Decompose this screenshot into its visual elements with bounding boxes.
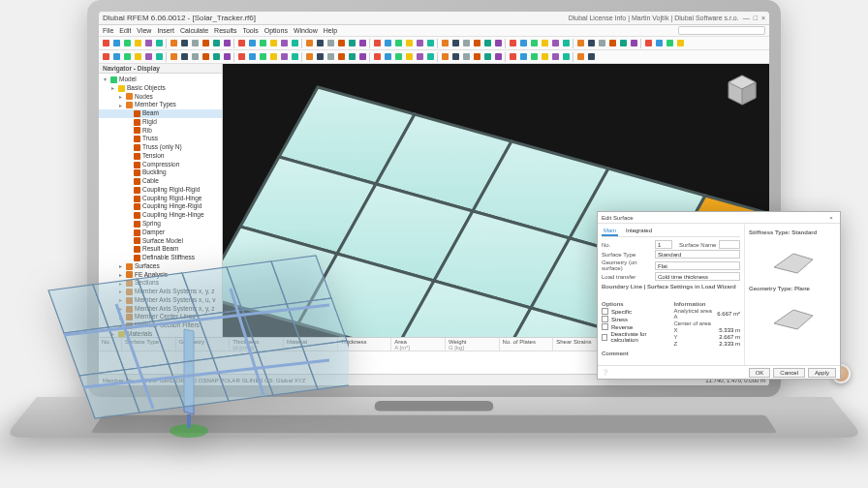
table-col-header[interactable]: No. of Plates bbox=[500, 338, 554, 351]
menu-insert[interactable]: Insert bbox=[157, 27, 174, 34]
toolbar-button[interactable] bbox=[654, 39, 664, 48]
tree-item[interactable]: Damper bbox=[99, 229, 222, 237]
toolbar-button[interactable] bbox=[561, 52, 571, 62]
toolbar-button[interactable] bbox=[372, 52, 382, 62]
toolbar-button[interactable] bbox=[143, 52, 153, 62]
toolbar-button[interactable] bbox=[561, 39, 571, 48]
tree-item[interactable]: Coupling Hinge-Rigid bbox=[99, 202, 222, 211]
toolbar-button[interactable] bbox=[279, 52, 289, 62]
window-minimize-icon[interactable]: — bbox=[743, 15, 750, 21]
toolbar-button[interactable] bbox=[372, 39, 382, 48]
toolbar-button[interactable] bbox=[169, 39, 178, 48]
tree-item[interactable]: ▸Nodes bbox=[99, 93, 222, 102]
ok-button[interactable]: OK bbox=[749, 368, 771, 378]
toolbar-button[interactable] bbox=[675, 39, 685, 48]
toolbar-button[interactable] bbox=[190, 52, 200, 62]
toolbar-button[interactable] bbox=[597, 39, 606, 48]
toolbar-button[interactable] bbox=[179, 39, 189, 48]
window-close-icon[interactable]: × bbox=[761, 15, 765, 21]
toolbar-button[interactable] bbox=[258, 39, 267, 48]
toolbar-button[interactable] bbox=[540, 39, 549, 48]
tree-item[interactable]: Coupling Rigid-Hinge bbox=[99, 195, 222, 203]
toolbar-button[interactable] bbox=[304, 39, 314, 48]
toolbar-button[interactable] bbox=[133, 52, 142, 62]
toolbar-button[interactable] bbox=[440, 39, 450, 48]
tree-item[interactable]: Compression bbox=[99, 161, 222, 169]
toolbar-button[interactable] bbox=[111, 39, 121, 48]
toolbar-button[interactable] bbox=[154, 39, 164, 48]
toolbar-button[interactable] bbox=[315, 52, 325, 62]
command-search-input[interactable] bbox=[678, 26, 765, 35]
dialog-titlebar[interactable]: Edit Surface × bbox=[598, 212, 840, 224]
type-select[interactable]: Standard bbox=[655, 250, 740, 259]
toolbar-button[interactable] bbox=[133, 39, 142, 48]
toolbar-button[interactable] bbox=[461, 52, 471, 62]
toolbar-button[interactable] bbox=[493, 52, 503, 62]
toolbar-button[interactable] bbox=[508, 39, 517, 48]
toolbar-button[interactable] bbox=[493, 39, 503, 48]
toolbar-button[interactable] bbox=[508, 52, 517, 62]
toolbar-button[interactable] bbox=[450, 52, 460, 62]
tree-item[interactable]: Buckling bbox=[99, 168, 222, 177]
menu-results[interactable]: Results bbox=[214, 27, 236, 34]
name-field[interactable] bbox=[719, 240, 740, 249]
toolbar-button[interactable] bbox=[236, 52, 246, 62]
toolbar-button[interactable] bbox=[279, 39, 289, 48]
toolbar-button[interactable] bbox=[336, 39, 346, 48]
toolbar-button[interactable] bbox=[425, 52, 435, 62]
window-maximize-icon[interactable]: □ bbox=[754, 15, 758, 21]
menu-help[interactable]: Help bbox=[324, 27, 337, 34]
toolbar-button[interactable] bbox=[586, 52, 596, 62]
toolbar-button[interactable] bbox=[607, 39, 617, 48]
toolbar-button[interactable] bbox=[290, 52, 299, 62]
toolbar-button[interactable] bbox=[482, 52, 492, 62]
toolbar-button[interactable] bbox=[101, 39, 110, 48]
toolbar-button[interactable] bbox=[393, 52, 403, 62]
toolbar-button[interactable] bbox=[211, 39, 221, 48]
option-checkbox[interactable]: Specific bbox=[602, 308, 668, 315]
toolbar-button[interactable] bbox=[169, 52, 178, 62]
toolbar-button[interactable] bbox=[629, 39, 638, 48]
toolbar-button[interactable] bbox=[290, 39, 299, 48]
tree-item[interactable]: Coupling Hinge-Hinge bbox=[99, 211, 222, 220]
toolbar-button[interactable] bbox=[415, 39, 424, 48]
tree-item[interactable]: Coupling Rigid-Rigid bbox=[99, 186, 222, 195]
toolbar-button[interactable] bbox=[154, 52, 164, 62]
toolbar-button[interactable] bbox=[529, 39, 539, 48]
toolbar-button[interactable] bbox=[190, 39, 200, 48]
toolbar-button[interactable] bbox=[236, 39, 246, 48]
toolbar-button[interactable] bbox=[268, 52, 278, 62]
tab-integrated[interactable]: Integrated bbox=[624, 227, 654, 236]
toolbar-button[interactable] bbox=[258, 52, 267, 62]
toolbar-button[interactable] bbox=[472, 52, 481, 62]
toolbar-button[interactable] bbox=[211, 52, 221, 62]
toolbar-button[interactable] bbox=[643, 39, 653, 48]
toolbar-button[interactable] bbox=[179, 52, 189, 62]
toolbar-button[interactable] bbox=[347, 52, 356, 62]
option-checkbox[interactable]: Reverse bbox=[602, 323, 668, 330]
tree-item[interactable]: Truss bbox=[99, 135, 222, 143]
toolbar-button[interactable] bbox=[222, 52, 232, 62]
toolbar-button[interactable] bbox=[393, 39, 403, 48]
toolbar-button[interactable] bbox=[347, 39, 356, 48]
toolbar-button[interactable] bbox=[122, 52, 132, 62]
toolbar-button[interactable] bbox=[665, 39, 674, 48]
tree-item[interactable]: Tension bbox=[99, 152, 222, 161]
toolbar-button[interactable] bbox=[550, 39, 560, 48]
toolbar-button[interactable] bbox=[304, 52, 314, 62]
toolbar-button[interactable] bbox=[383, 52, 392, 62]
tree-item[interactable]: ▸Member Types bbox=[99, 101, 222, 109]
toolbar-button[interactable] bbox=[101, 52, 110, 62]
toolbar-button[interactable] bbox=[472, 39, 481, 48]
dialog-close-icon[interactable]: × bbox=[826, 215, 836, 221]
menu-window[interactable]: Window bbox=[294, 27, 318, 34]
toolbar-button[interactable] bbox=[383, 39, 392, 48]
toolbar-button[interactable] bbox=[326, 52, 335, 62]
toolbar-button[interactable] bbox=[247, 39, 257, 48]
apply-button[interactable]: Apply bbox=[808, 368, 836, 378]
dialog-help-icon[interactable]: ❔ bbox=[602, 369, 608, 376]
toolbar-button[interactable] bbox=[440, 52, 450, 62]
option-checkbox[interactable]: Stress bbox=[602, 316, 668, 322]
boundary-field[interactable] bbox=[602, 290, 740, 298]
toolbar-button[interactable] bbox=[122, 39, 132, 48]
